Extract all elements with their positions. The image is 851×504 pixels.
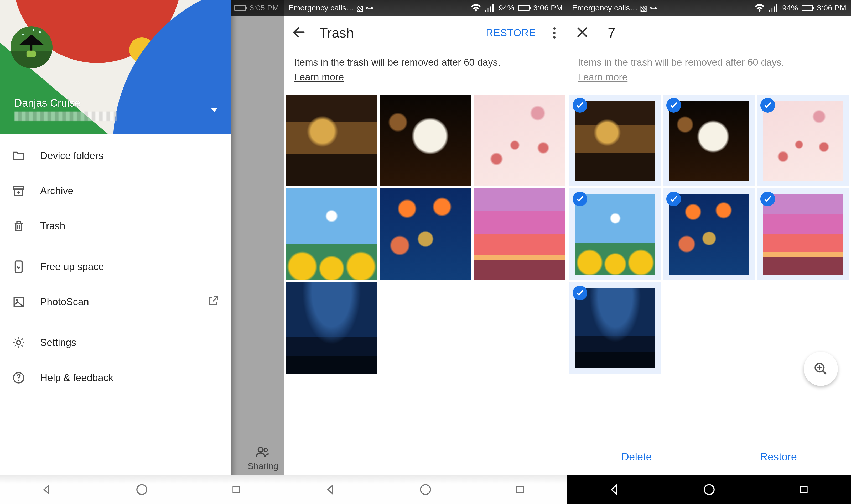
status-time: 3:06 PM (817, 3, 846, 12)
thumb-item-selected[interactable] (663, 95, 755, 186)
battery-icon (802, 5, 813, 11)
svg-rect-38 (800, 486, 807, 493)
drawer-menu: Device folders Archive Trash Free up spa… (0, 134, 231, 395)
nav-drawer: Danjas Cruise Device folders Archive Tra… (0, 0, 231, 504)
thumb-item[interactable] (286, 283, 377, 374)
signal-icon (485, 4, 495, 12)
picture-icon: ▧ (356, 3, 364, 13)
trash-info: Items in the trash will be removed after… (567, 50, 851, 95)
thumb-item-selected[interactable] (757, 95, 849, 186)
bottom-tab-sharing[interactable]: Sharing (248, 447, 279, 471)
svg-rect-32 (768, 10, 770, 12)
external-link-icon (207, 295, 219, 309)
thumb-item[interactable] (286, 95, 377, 186)
divider (0, 322, 231, 322)
svg-point-30 (421, 485, 430, 494)
status-bar: Emergency calls… ▧ ⊶ 94% 3:06 PM (567, 0, 851, 16)
thumb-item[interactable] (474, 188, 565, 280)
info-text: Items in the trash will be removed after… (294, 57, 501, 68)
zoom-in-icon (813, 361, 828, 376)
account-name: Danjas Cruise (15, 97, 81, 109)
thumb-item[interactable] (286, 188, 377, 280)
checkmark-icon (572, 286, 587, 300)
nav-back-button[interactable] (39, 482, 55, 498)
restore-button[interactable]: Restore (760, 451, 797, 463)
svg-point-20 (16, 299, 18, 301)
thumb-item[interactable] (379, 95, 471, 186)
checkmark-icon (666, 98, 681, 113)
photoscan-icon (12, 294, 27, 309)
sharing-label: Sharing (248, 461, 279, 471)
menu-item-help[interactable]: Help & feedback (0, 360, 231, 395)
nav-bar (284, 475, 567, 504)
chevron-down-icon[interactable] (211, 108, 218, 112)
menu-item-settings[interactable]: Settings (0, 325, 231, 360)
nav-recent-button[interactable] (796, 482, 812, 498)
menu-item-photoscan[interactable]: PhotoScan (0, 284, 231, 320)
nav-home-button[interactable] (418, 482, 433, 498)
svg-point-23 (18, 380, 19, 381)
thumb-item[interactable] (474, 95, 565, 186)
svg-point-37 (704, 485, 714, 494)
menu-label: Trash (40, 220, 66, 232)
battery-pct: 94% (782, 3, 798, 12)
thumb-item-selected[interactable] (569, 188, 661, 280)
menu-item-trash[interactable]: Trash (0, 209, 231, 244)
menu-item-archive[interactable]: Archive (0, 173, 231, 209)
thumb-item-selected[interactable] (663, 188, 755, 280)
checkmark-icon (760, 98, 775, 113)
thumb-item[interactable] (379, 188, 471, 280)
learn-more-link[interactable]: Learn more (578, 72, 627, 83)
overflow-menu-icon[interactable] (549, 27, 560, 39)
back-arrow-icon[interactable] (291, 25, 306, 41)
picture-icon: ▧ (640, 3, 647, 13)
phone-screen-drawer: Emergency calls… ▧ ⊶ 95% 3:05 PM Sharing (0, 0, 284, 504)
thumb-item-selected[interactable] (569, 95, 661, 186)
people-icon (248, 447, 279, 460)
svg-rect-29 (493, 4, 494, 12)
zoom-fab[interactable] (804, 352, 838, 386)
checkmark-icon (572, 98, 587, 113)
svg-point-13 (22, 34, 24, 35)
checkmark-icon (572, 192, 587, 206)
drawer-header[interactable]: Danjas Cruise (0, 0, 231, 134)
svg-point-24 (137, 485, 147, 494)
status-bar: Emergency calls… ▧ ⊶ 94% 3:06 PM (284, 0, 567, 16)
menu-label: Settings (40, 337, 76, 348)
help-icon (12, 370, 27, 385)
svg-rect-34 (774, 6, 775, 12)
thumbnail-grid (284, 95, 567, 374)
nav-bar (0, 475, 284, 504)
info-text: Items in the trash will be removed after… (578, 57, 784, 68)
svg-point-14 (39, 31, 41, 33)
delete-button[interactable]: Delete (621, 451, 652, 463)
nav-recent-button[interactable] (512, 482, 528, 498)
account-avatar[interactable] (11, 26, 53, 68)
thumbnail-grid (567, 95, 851, 374)
phone-screen-trash: Emergency calls… ▧ ⊶ 94% 3:06 PM Trash R… (284, 0, 567, 504)
svg-rect-25 (233, 486, 240, 493)
nav-back-button[interactable] (323, 482, 339, 498)
nav-back-button[interactable] (607, 482, 622, 498)
menu-item-device-folders[interactable]: Device folders (0, 138, 231, 173)
svg-rect-18 (15, 261, 22, 272)
restore-button[interactable]: RESTORE (486, 27, 536, 39)
archive-icon (12, 183, 27, 198)
close-icon[interactable] (575, 25, 589, 40)
menu-item-free-up-space[interactable]: Free up space (0, 249, 231, 284)
nav-home-button[interactable] (701, 482, 717, 498)
folder-icon (12, 148, 27, 163)
thumb-item-selected[interactable] (569, 283, 661, 374)
learn-more-link[interactable]: Learn more (294, 72, 344, 83)
svg-rect-27 (487, 8, 489, 12)
selection-bar: 7 (567, 16, 851, 50)
signal-icon (768, 4, 779, 12)
nav-home-button[interactable] (134, 482, 150, 498)
menu-label: Archive (40, 185, 73, 197)
nav-recent-button[interactable] (229, 482, 244, 498)
thumb-item-selected[interactable] (757, 188, 849, 280)
menu-label: Device folders (40, 150, 104, 161)
menu-label: Free up space (40, 261, 104, 272)
svg-point-5 (264, 449, 268, 452)
key-icon: ⊶ (649, 3, 657, 13)
